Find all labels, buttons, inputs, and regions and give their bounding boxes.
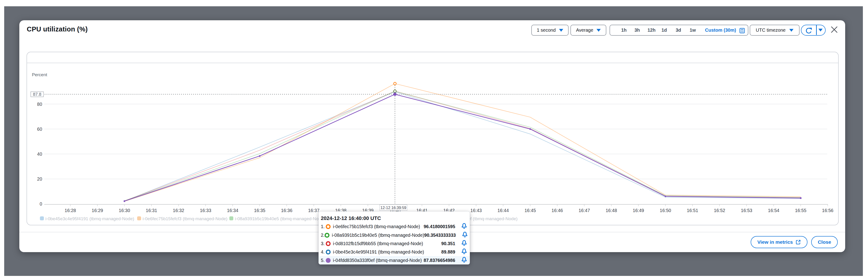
svg-text:40: 40 [37, 151, 42, 157]
svg-text:16:35: 16:35 [254, 208, 266, 213]
svg-text:16:53: 16:53 [741, 208, 752, 213]
svg-text:Percent: Percent [32, 72, 47, 77]
svg-text:16:46: 16:46 [552, 208, 563, 213]
svg-text:16:29: 16:29 [92, 208, 103, 213]
svg-text:16:55: 16:55 [795, 208, 806, 213]
svg-text:16:36: 16:36 [281, 208, 292, 213]
svg-text:0: 0 [39, 201, 42, 206]
svg-text:16:30: 16:30 [119, 208, 130, 213]
svg-text:16:52: 16:52 [714, 208, 725, 213]
svg-text:60: 60 [37, 127, 42, 132]
svg-text:16:28: 16:28 [65, 208, 76, 213]
svg-text:i-08a9391b5c19b40e5 (tbmq-mana: i-08a9391b5c19b40e5 (tbmq-managed-Node) [235, 216, 325, 221]
svg-text:16:54: 16:54 [768, 208, 779, 213]
svg-text:i-0be45e3c4e95f4191 (tbmq-mana: i-0be45e3c4e95f4191 (tbmq-managed-Node) [45, 216, 134, 221]
svg-text:i-0e6fec75b15fefcf3 (tbmq-mana: i-0e6fec75b15fefcf3 (tbmq-managed-Node) [143, 216, 227, 221]
svg-text:16:34: 16:34 [227, 208, 239, 213]
svg-text:16:33: 16:33 [200, 208, 211, 213]
svg-text:16:50: 16:50 [660, 208, 671, 213]
svg-text:16:49: 16:49 [632, 208, 644, 213]
svg-text:16:31: 16:31 [146, 208, 157, 213]
svg-text:16:43: 16:43 [470, 208, 482, 213]
svg-text:16:37: 16:37 [308, 208, 319, 213]
svg-text:87.8: 87.8 [33, 92, 41, 97]
svg-text:16:51: 16:51 [687, 208, 698, 213]
svg-text:80: 80 [37, 102, 42, 107]
svg-text:20: 20 [37, 176, 42, 182]
svg-text:16:45: 16:45 [525, 208, 536, 213]
svg-text:16:47: 16:47 [579, 208, 590, 213]
svg-text:16:48: 16:48 [606, 208, 617, 213]
svg-text:16:56: 16:56 [822, 208, 834, 213]
svg-text:16:32: 16:32 [173, 208, 184, 213]
svg-text:16:44: 16:44 [497, 208, 509, 213]
